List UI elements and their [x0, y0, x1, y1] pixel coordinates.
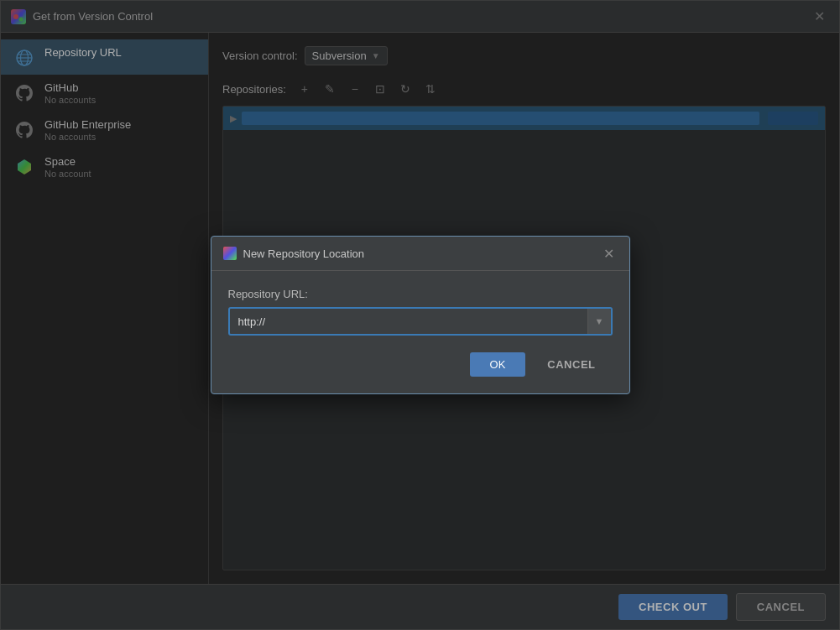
modal-overlay: New Repository Location ✕ Repository URL… — [0, 0, 840, 630]
modal-footer: OK CANCEL — [228, 352, 613, 380]
repository-url-input[interactable] — [230, 310, 587, 333]
url-dropdown-button[interactable]: ▼ — [587, 309, 611, 334]
modal-field-label: Repository URL: — [228, 288, 613, 300]
modal-title-bar: New Repository Location ✕ — [211, 237, 629, 271]
modal-input-row: ▼ — [228, 307, 613, 336]
modal-body: Repository URL: ▼ OK CANCEL — [211, 271, 629, 393]
modal-app-icon — [223, 247, 237, 260]
modal-title: New Repository Location — [243, 247, 594, 260]
modal-cancel-button[interactable]: CANCEL — [534, 352, 608, 377]
modal-ok-button[interactable]: OK — [470, 352, 526, 377]
modal-close-button[interactable]: ✕ — [601, 245, 618, 262]
modal-new-repository-location: New Repository Location ✕ Repository URL… — [211, 236, 630, 394]
